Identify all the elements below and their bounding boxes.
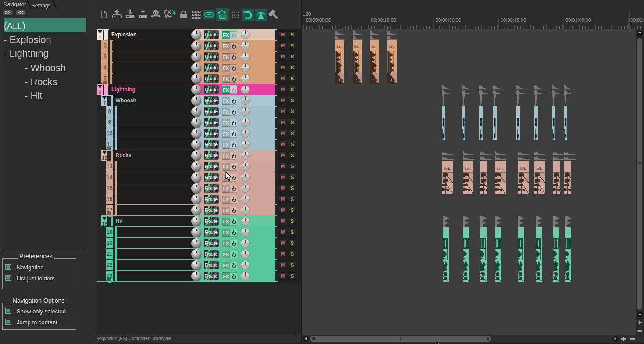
- svg-text:@L: @L: [536, 166, 542, 171]
- svg-text:@L: @L: [520, 166, 526, 171]
- svg-text:@..: @..: [497, 166, 503, 171]
- svg-text:@L: @L: [444, 166, 450, 171]
- svg-text:@..: @..: [465, 166, 471, 171]
